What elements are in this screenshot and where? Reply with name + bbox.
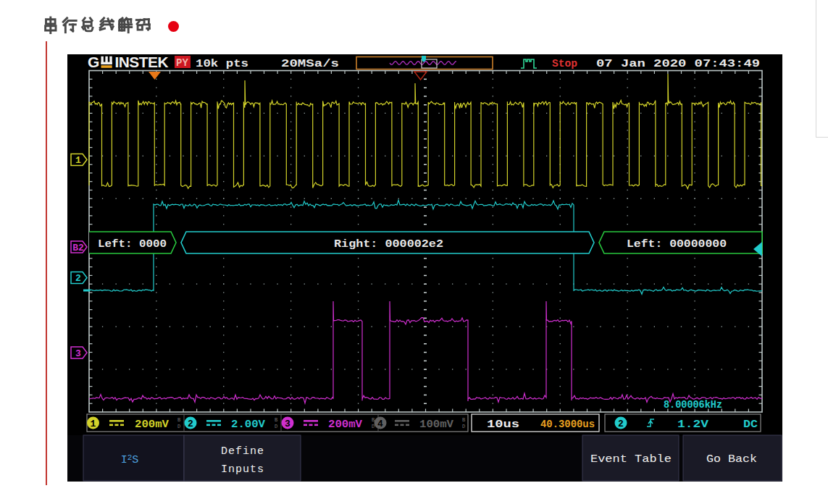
svg-text:D: D	[177, 424, 180, 429]
svg-text:D: D	[372, 424, 375, 429]
svg-text:B: B	[372, 417, 375, 423]
svg-text:10k pts: 10k pts	[196, 58, 248, 70]
svg-text:B: B	[177, 417, 180, 423]
svg-text:2: 2	[618, 419, 624, 429]
svg-text:B: B	[462, 417, 465, 423]
svg-text:20MSa/s: 20MSa/s	[281, 58, 339, 70]
svg-text:4: 4	[377, 419, 383, 429]
svg-text:1.2V: 1.2V	[677, 419, 708, 431]
svg-text:Right: 000002e2: Right: 000002e2	[334, 238, 443, 251]
svg-text:8.00006kHz: 8.00006kHz	[664, 399, 722, 411]
svg-text:D: D	[275, 424, 277, 429]
svg-text:2: 2	[188, 419, 193, 429]
svg-text:3: 3	[75, 348, 81, 359]
svg-text:INSTEK: INSTEK	[115, 54, 169, 70]
svg-text:1: 1	[75, 155, 81, 166]
svg-text:40.3000us: 40.3000us	[540, 419, 595, 431]
svg-text:G: G	[88, 54, 99, 70]
svg-text:Go Back: Go Back	[706, 453, 757, 466]
svg-text:100mV: 100mV	[419, 419, 453, 431]
svg-text:07 Jan 2020 07:43:49: 07 Jan 2020 07:43:49	[596, 58, 760, 70]
svg-text:1: 1	[91, 419, 96, 429]
svg-text:200mV: 200mV	[135, 419, 169, 431]
svg-text:Define: Define	[221, 445, 264, 458]
svg-text:Left: 00000000: Left: 00000000	[627, 238, 727, 251]
svg-text:2: 2	[75, 273, 81, 284]
svg-text:10us: 10us	[487, 419, 519, 431]
svg-text:2.00V: 2.00V	[231, 419, 265, 431]
svg-text:Event Table: Event Table	[590, 453, 672, 466]
svg-text:Stop: Stop	[552, 58, 577, 70]
svg-text:B: B	[275, 417, 277, 423]
svg-text:B2: B2	[72, 243, 84, 253]
svg-text:D: D	[462, 424, 465, 429]
svg-text:DC: DC	[743, 419, 758, 431]
svg-text:PY: PY	[176, 57, 188, 69]
svg-text:Left: 0000: Left: 0000	[98, 238, 167, 251]
svg-text:3: 3	[285, 419, 290, 429]
svg-text:200mV: 200mV	[328, 419, 362, 431]
svg-text:Inputs: Inputs	[221, 463, 264, 476]
